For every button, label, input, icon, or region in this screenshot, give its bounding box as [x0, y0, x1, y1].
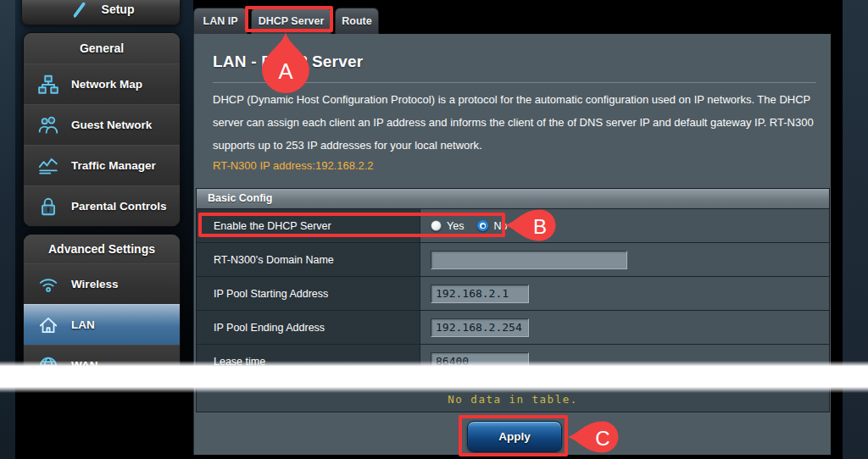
row-label: IP Pool Ending Address: [197, 311, 420, 344]
network-map-icon: [36, 72, 61, 97]
annotation-rect-enable-row: [198, 213, 505, 237]
sidebar-item-label: Parental Controls: [71, 200, 167, 213]
sidebar-item-label: Traffic Manager: [71, 159, 156, 172]
annotation-rect-apply: [459, 415, 568, 456]
basic-config-header: Basic Config: [197, 189, 829, 208]
sidebar-section-title-general: General: [24, 33, 180, 64]
white-tear-band: [0, 361, 868, 393]
annotation-letter-a: A: [278, 59, 293, 83]
bottom-left-black-area: [15, 383, 193, 459]
router-ip-note: RT-N300 IP address:192.168.2.2: [213, 159, 374, 172]
row-value: [420, 277, 829, 310]
sidebar-item-parental-controls[interactable]: Parental Controls: [24, 185, 180, 226]
row-label: IP Pool Starting Address: [197, 277, 420, 310]
setup-label: Setup: [102, 3, 135, 16]
sidebar-section-title-advanced: Advanced Settings: [24, 235, 180, 263]
row-domain-name: RT-N300's Domain Name: [197, 242, 829, 276]
lan-house-icon: [36, 312, 61, 338]
dhcp-description: DHCP (Dynamic Host Configuration Protoco…: [213, 88, 820, 157]
annotation-letter-c: C: [595, 427, 609, 450]
sidebar-item-traffic-manager[interactable]: Traffic Manager: [24, 145, 180, 185]
annotation-callout-c: C: [567, 420, 620, 454]
sidebar-item-guest-network[interactable]: Guest Network: [24, 104, 180, 145]
sidebar-item-label: Guest Network: [71, 119, 152, 131]
guest-network-icon: [36, 113, 61, 138]
sidebar-item-network-map[interactable]: Network Map: [24, 64, 180, 104]
pen-icon: [68, 0, 93, 22]
row-ip-pool-start: IP Pool Starting Address: [197, 276, 829, 310]
domain-name-input[interactable]: [431, 251, 627, 269]
annotation-letter-b: B: [533, 215, 547, 238]
parental-controls-icon: [36, 194, 61, 219]
sidebar-item-label: Network Map: [71, 78, 142, 91]
annotation-callout-b: B: [504, 208, 557, 242]
row-label: RT-N300's Domain Name: [197, 243, 420, 276]
traffic-manager-icon: [36, 153, 61, 179]
wireless-icon: [36, 272, 61, 297]
row-ip-pool-end: IP Pool Ending Address: [197, 310, 829, 344]
sidebar-item-label: LAN: [71, 318, 95, 331]
sidebar-item-label: Wireless: [71, 278, 118, 290]
row-value: [420, 243, 829, 276]
annotation-callout-a: A: [259, 31, 312, 94]
empty-table-text: No data in table.: [448, 393, 577, 406]
ip-pool-start-input[interactable]: [431, 285, 529, 303]
router-admin-page: Setup General Network Map: [0, 0, 868, 459]
row-value: [420, 311, 829, 344]
annotation-rect-dhcp-tab: [245, 6, 333, 32]
ip-pool-end-input[interactable]: [431, 318, 529, 337]
setup-button[interactable]: Setup: [21, 0, 181, 25]
sidebar-item-wireless[interactable]: Wireless: [24, 263, 180, 304]
tab-lan-ip[interactable]: LAN IP: [193, 8, 248, 34]
sidebar-item-lan[interactable]: LAN: [24, 304, 180, 345]
sidebar-section-general: General Network Map: [23, 32, 181, 227]
tab-route[interactable]: Route: [335, 8, 379, 34]
